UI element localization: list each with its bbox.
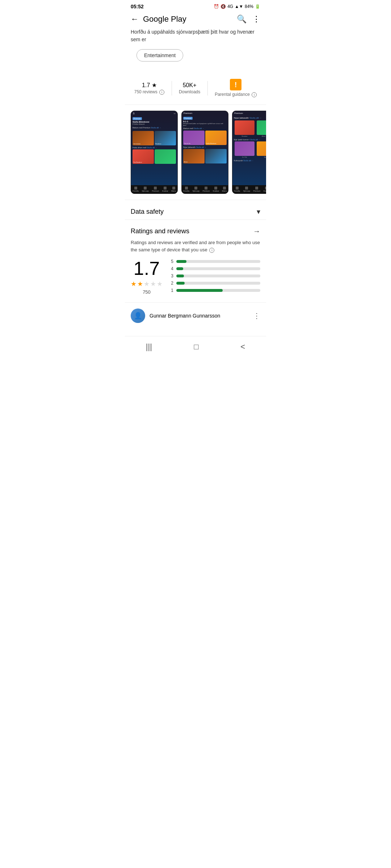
- review-item: 👤 Gunnar Bergmann Gunnarsson ⋮: [125, 302, 266, 329]
- bar-label-5: 5: [170, 259, 173, 264]
- stats-row: 1.7 ★ 750 reviews i 50K+ Downloads ! Par…: [125, 76, 266, 105]
- alarm-icon: ⏰: [214, 4, 219, 9]
- bar-label-3: 3: [170, 273, 173, 278]
- big-rating-number: 1.7: [134, 259, 160, 278]
- ratings-content: 1.7 ★ ★ ★ ★ ★ 750 5 4: [125, 259, 266, 295]
- bar-label-4: 4: [170, 266, 173, 271]
- data-safety-section: Data safety ▾: [125, 200, 266, 220]
- rating-stat: 1.7 ★ 750 reviews i: [134, 82, 164, 95]
- page-title: Google Play: [143, 14, 232, 24]
- star-5-icon: ★: [157, 280, 163, 288]
- network-icon: ▲▼: [235, 4, 243, 9]
- star-4-icon: ★: [150, 280, 156, 288]
- parental-icon: !: [230, 79, 241, 90]
- bar-label-1: 1: [170, 288, 173, 293]
- avatar: 👤: [131, 309, 145, 323]
- header-icons: 🔍 ⋮: [237, 14, 260, 24]
- ratings-header: Ratings and reviews →: [125, 220, 266, 239]
- review-more-button[interactable]: ⋮: [253, 311, 260, 320]
- search-button[interactable]: 🔍: [237, 14, 247, 24]
- category-tag[interactable]: Entertainment: [136, 49, 183, 61]
- bar-track-5: [176, 260, 260, 263]
- bar-fill-5: [176, 260, 186, 263]
- rating-info-icon[interactable]: i: [159, 90, 164, 95]
- status-icons: ⏰ 🔇 4G ▲▼ 84% 🔋: [214, 4, 260, 9]
- screenshot-1[interactable]: S ••• Premium Stella Blómkvist 8 Eddu ti…: [131, 111, 178, 194]
- battery-icon: 84%: [245, 4, 253, 9]
- rating-bars: 5 4 3 2: [170, 259, 260, 295]
- recent-apps-button[interactable]: |||: [139, 341, 159, 353]
- bar-row-5: 5: [170, 259, 260, 264]
- status-time: 05:52: [131, 4, 144, 9]
- stars-row: ★ ★ ★ ★ ★: [131, 280, 163, 288]
- ratings-note-info-icon[interactable]: i: [209, 248, 214, 253]
- rating-star-icon: ★: [152, 82, 157, 88]
- bottom-nav: ||| □ <: [125, 336, 266, 359]
- parental-label: Parental guidance i: [215, 92, 257, 97]
- bar-row-1: 1: [170, 288, 260, 293]
- screenshot-3[interactable]: Premium Nýjar þáttaraðir Skoða allt → Re…: [232, 111, 266, 194]
- total-review-count: 750: [143, 289, 151, 295]
- bar-track-4: [176, 267, 260, 270]
- divider-2: [207, 81, 208, 95]
- ratings-title: Ratings and reviews: [131, 227, 189, 235]
- reviewer-info: 👤 Gunnar Bergmann Gunnarsson: [131, 309, 220, 323]
- star-3-icon: ★: [144, 280, 150, 288]
- downloads-value: 50K+: [183, 82, 197, 89]
- star-1-icon: ★: [131, 280, 136, 288]
- data-safety-header[interactable]: Data safety ▾: [125, 200, 266, 220]
- screenshots-section: S ••• Premium Stella Blómkvist 8 Eddu ti…: [125, 105, 266, 200]
- big-rating-block: 1.7 ★ ★ ★ ★ ★ 750: [131, 259, 163, 295]
- status-bar: 05:52 ⏰ 🔇 4G ▲▼ 84% 🔋: [125, 0, 266, 12]
- ratings-section: Ratings and reviews → Ratings and review…: [125, 220, 266, 302]
- back-nav-button[interactable]: <: [233, 341, 252, 353]
- back-button[interactable]: ←: [131, 14, 139, 24]
- data-safety-title: Data safety: [131, 208, 164, 216]
- reviewer-row: 👤 Gunnar Bergmann Gunnarsson ⋮: [131, 309, 260, 323]
- bar-row-3: 3: [170, 273, 260, 278]
- parental-info-icon[interactable]: i: [252, 92, 257, 97]
- downloads-stat: 50K+ Downloads: [179, 82, 200, 94]
- bar-label-2: 2: [170, 281, 173, 286]
- bar-row-2: 2: [170, 281, 260, 286]
- bar-fill-4: [176, 267, 183, 270]
- bar-fill-3: [176, 275, 184, 277]
- star-2-icon: ★: [137, 280, 143, 288]
- rating-value: 1.7 ★: [142, 82, 157, 89]
- header: ← Google Play 🔍 ⋮: [125, 12, 266, 28]
- bar-track-3: [176, 275, 260, 277]
- signal-icon: 4G: [227, 4, 233, 9]
- more-options-button[interactable]: ⋮: [252, 14, 260, 24]
- app-description: Horfðu á uppáhalds sjónvarpsþætti þitt h…: [125, 28, 266, 49]
- bar-row-4: 4: [170, 266, 260, 271]
- bar-fill-1: [176, 289, 223, 292]
- divider-1: [172, 81, 172, 95]
- ratings-note: Ratings and reviews are verified and are…: [125, 239, 266, 259]
- parental-stat: ! Parental guidance i: [215, 79, 257, 97]
- review-count-label: 750 reviews i: [134, 89, 164, 95]
- reviewer-name: Gunnar Bergmann Gunnarsson: [150, 313, 220, 319]
- screenshot-2[interactable]: Premium Premium 9-1-1 Æsispennandi þáttu…: [181, 111, 228, 194]
- mute-icon: 🔇: [220, 4, 226, 9]
- downloads-label: Downloads: [179, 89, 200, 94]
- bar-track-2: [176, 282, 260, 285]
- avatar-image: 👤: [131, 309, 145, 323]
- home-button[interactable]: □: [187, 341, 206, 353]
- data-safety-chevron-icon[interactable]: ▾: [257, 207, 260, 216]
- battery-bar-icon: 🔋: [255, 4, 260, 9]
- bar-track-1: [176, 289, 260, 292]
- bar-fill-2: [176, 282, 185, 285]
- ratings-arrow-icon[interactable]: →: [253, 227, 260, 235]
